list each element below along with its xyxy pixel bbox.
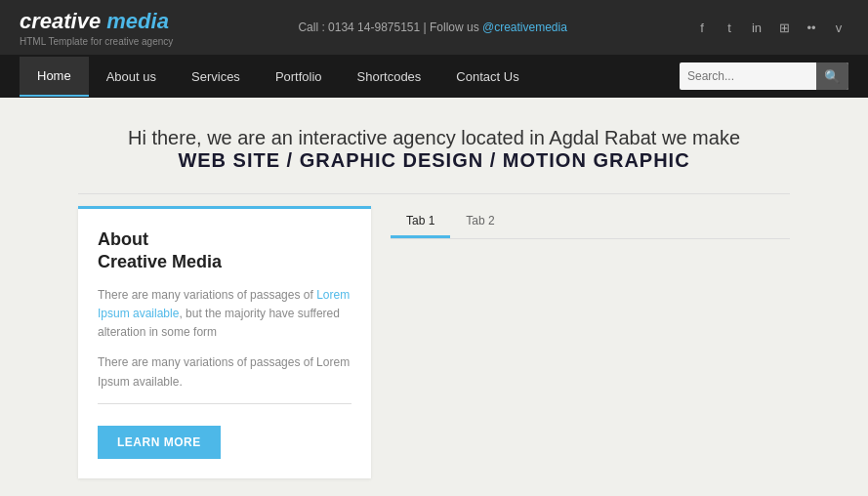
about-title-line2: Creative Media: [98, 252, 222, 271]
nav-bar: Home About us Services Portfolio Shortco…: [0, 55, 868, 98]
top-bar: creative media HTML Template for creativ…: [0, 0, 868, 55]
card-divider: [98, 403, 351, 404]
nav-item-services[interactable]: Services: [174, 58, 258, 96]
hero-divider: [78, 193, 790, 194]
phone-number: 0134 14-9875151: [328, 21, 420, 34]
hero-line1: Hi there, we are an interactive agency l…: [20, 127, 848, 149]
nav-item-portfolio[interactable]: Portfolio: [258, 58, 340, 96]
flickr-icon[interactable]: ••: [802, 18, 821, 37]
contact-info: Call : 0134 14-9875151 | Follow us @crea…: [173, 21, 692, 34]
tab-item-2[interactable]: Tab 2: [450, 206, 510, 238]
about-title-line1: About: [98, 229, 148, 249]
logo-media: media: [106, 9, 169, 33]
linkedin-icon[interactable]: in: [747, 18, 766, 37]
about-right: Tab 1 Tab 2: [391, 206, 790, 478]
search-icon: 🔍: [824, 69, 841, 84]
nav-item-shortcodes[interactable]: Shortcodes: [340, 58, 439, 96]
about-section: About Creative Media There are many vari…: [0, 206, 868, 478]
nav-item-home[interactable]: Home: [20, 57, 89, 97]
nav-links: Home About us Services Portfolio Shortco…: [20, 57, 537, 97]
logo: creative media: [20, 9, 173, 34]
about-card-title: About Creative Media: [98, 228, 351, 274]
logo-tagline: HTML Template for creative agency: [20, 36, 173, 47]
what-we-do-section: What we do: [0, 478, 868, 496]
facebook-icon[interactable]: f: [692, 18, 712, 37]
social-icons: f t in ⊞ •• v: [692, 18, 848, 37]
search-input[interactable]: [680, 65, 816, 87]
logo-creative: creative: [20, 9, 101, 33]
search-box: 🔍: [680, 62, 848, 90]
lorem-link[interactable]: Lorem Ipsum available: [98, 288, 350, 320]
learn-more-button[interactable]: LEARN MORE: [98, 426, 221, 459]
social-handle[interactable]: @creativemedia: [482, 21, 567, 34]
about-text2: There are many variations of passages of…: [98, 353, 351, 391]
tab-item-1[interactable]: Tab 1: [391, 206, 450, 238]
nav-item-contact[interactable]: Contact Us: [438, 58, 536, 96]
about-text1: There are many variations of passages of…: [98, 286, 351, 343]
rss-icon[interactable]: ⊞: [774, 18, 794, 37]
search-button[interactable]: 🔍: [816, 62, 848, 90]
vimeo-icon[interactable]: v: [829, 18, 848, 37]
follow-label: Follow us: [430, 21, 479, 34]
hero-line2: WEB SITE / GRAPHIC DESIGN / MOTION GRAPH…: [20, 149, 848, 172]
logo-area: creative media HTML Template for creativ…: [20, 9, 173, 47]
call-label: Call :: [298, 21, 324, 34]
twitter-icon[interactable]: t: [720, 18, 739, 37]
hero-section: Hi there, we are an interactive agency l…: [0, 98, 868, 182]
nav-item-about[interactable]: About us: [89, 58, 174, 96]
tab-bar: Tab 1 Tab 2: [391, 206, 790, 239]
about-card: About Creative Media There are many vari…: [78, 206, 371, 478]
